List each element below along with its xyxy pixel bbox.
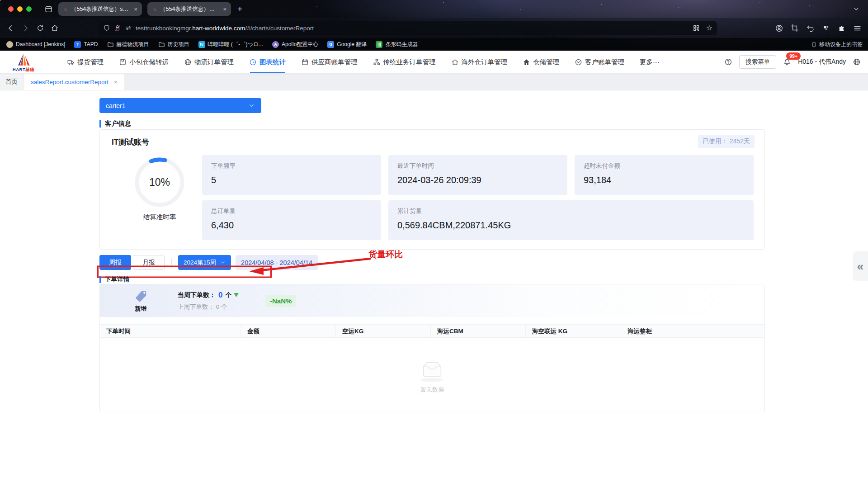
stat-label: 下单频率 <box>211 162 372 170</box>
column-header[interactable]: 下单时间 <box>100 325 241 338</box>
bookmark-item[interactable]: AApollo配置中心 <box>272 41 318 48</box>
column-header[interactable]: 金额 <box>241 325 336 338</box>
bilibili-icon: tv <box>198 41 205 48</box>
bookmark-item[interactable]: TTAPD <box>74 41 98 48</box>
url-bar[interactable]: testtrunkbookingmgr.hart-worldwide.com/#… <box>99 21 717 35</box>
nav-item-charts[interactable]: 图表统计 <box>249 51 286 73</box>
column-header[interactable]: 海空联运 KG <box>526 325 621 338</box>
date-range-badge: 2024/04/08 - 2024/04/14 <box>236 255 318 270</box>
toolbar-right <box>775 21 862 35</box>
close-window-button[interactable] <box>8 6 14 12</box>
search-menu-button[interactable]: 搜索菜单 <box>739 55 776 69</box>
browser-tab-title: （554条推送信息）全部订单（新 <box>160 5 219 13</box>
user-name[interactable]: H016 - 代伟Andy <box>798 58 846 66</box>
stat-label: 累计货量 <box>397 207 745 215</box>
nav-item-traditional-orders[interactable]: 传统业务订单管理 <box>373 51 436 73</box>
bookmark-star-icon[interactable]: ☆ <box>706 24 712 32</box>
tab-home[interactable]: 首页 <box>0 74 24 90</box>
menu-hamburger-icon[interactable] <box>853 24 862 33</box>
nav-item-supplier-bills[interactable]: 供应商账单管理 <box>301 51 358 73</box>
lock-disabled-icon[interactable] <box>114 24 121 32</box>
nav-item-parcel-warehouse[interactable]: 小包仓储转运 <box>119 51 169 73</box>
help-icon[interactable] <box>724 58 732 66</box>
browser-toolbar: testtrunkbookingmgr.hart-worldwide.com/#… <box>0 18 868 38</box>
bookmark-item[interactable]: tv哔哩哔哩 (゜-゜)つロ... <box>198 41 263 48</box>
browser-tabstrip: （554条推送信息）salesReport.c × （554条推送信息）全部订单… <box>0 0 868 18</box>
tab-sales-report[interactable]: salesReport.customerReport × <box>24 74 124 90</box>
collapse-drawer-handle[interactable]: « <box>853 251 868 281</box>
nav-item-customer-bills[interactable]: 客户账单管理 <box>575 51 624 73</box>
stat-last-order-time: 最近下单时间 2024-03-26 20:09:39 <box>388 155 567 195</box>
nav-item-overseas-warehouse[interactable]: 海外仓订单管理 <box>451 51 508 73</box>
new-tab-button[interactable]: + <box>237 4 242 14</box>
account-icon[interactable] <box>775 24 783 33</box>
bookmark-item[interactable]: 赫德物流项目 <box>107 41 149 48</box>
undo-icon[interactable] <box>806 24 815 33</box>
extension-spheres-icon[interactable] <box>822 24 830 33</box>
language-globe-icon[interactable] <box>853 58 861 66</box>
monthly-report-button[interactable]: 月报 <box>133 255 165 270</box>
apollo-icon: A <box>272 41 279 48</box>
browser-tab[interactable]: （554条推送信息）salesReport.c × <box>58 2 142 16</box>
close-tab-icon[interactable]: × <box>114 79 118 85</box>
screenshot-icon[interactable] <box>791 24 799 32</box>
app-menu: 提货管理 小包仓储转运 物流订单管理 图表统计 供应商账单管理 传统业务订单管理… <box>67 51 660 73</box>
nav-item-label: 供应商账单管理 <box>311 58 358 66</box>
bookmark-label: 赫德物流项目 <box>117 41 149 48</box>
order-details-card: 新增 当周下单数： 0 个 上周下单数： 0 个 -NaN% 下单时间 金额 空… <box>99 284 765 412</box>
main-content: carter1 客户信息 IT测试账号 已使用： 2452天 10% 结算准时率… <box>0 90 868 477</box>
weekly-report-button[interactable]: 周报 <box>99 255 131 270</box>
browser-chrome: （554条推送信息）salesReport.c × （554条推送信息）全部订单… <box>0 0 868 51</box>
week-select-value: 2024第15周 <box>184 259 216 267</box>
stat-value: 0,569.84CBM,220871.45KG <box>397 220 745 231</box>
column-header[interactable]: 空运KG <box>336 325 431 338</box>
nav-item-pickup[interactable]: 提货管理 <box>67 51 104 73</box>
qr-code-icon[interactable] <box>693 24 700 32</box>
empty-text: 暂无数据 <box>100 386 764 394</box>
hart-favicon <box>63 6 67 12</box>
bookmark-label: TAPD <box>84 41 98 47</box>
previous-week-count: 上周下单数： 0 个 <box>178 303 239 311</box>
week-select[interactable]: 2024第15周 <box>178 255 231 270</box>
bookmarks-bar: Dashboard [Jenkins] TTAPD 赫德物流项目 历史项目 tv… <box>0 38 868 51</box>
close-tab-icon[interactable]: × <box>223 6 226 13</box>
nav-item-more[interactable]: 更多··· <box>640 51 660 73</box>
firefox-view-icon[interactable] <box>44 5 53 14</box>
stat-label: 超时未付金额 <box>584 162 745 170</box>
extensions-puzzle-icon[interactable] <box>838 24 846 32</box>
minimize-window-button[interactable] <box>17 6 23 12</box>
stat-value: 93,184 <box>584 175 745 185</box>
mobile-bookmarks[interactable]: 移动设备上的书签 <box>811 41 863 48</box>
back-icon[interactable] <box>6 24 15 33</box>
bookmark-label: Apollo配置中心 <box>282 41 318 48</box>
barcode-icon: ||| <box>376 41 382 48</box>
stat-value: 2024-03-26 20:09:39 <box>397 175 558 185</box>
bookmark-item[interactable]: |||条形码生成器 <box>376 41 418 48</box>
shield-icon[interactable] <box>103 24 110 32</box>
maximize-window-button[interactable] <box>26 6 32 12</box>
column-header[interactable]: 海运整柜 <box>621 325 764 338</box>
window-controls[interactable] <box>8 6 32 12</box>
bookmark-item[interactable]: GGoogle 翻译 <box>327 41 367 48</box>
browser-tab-title: （554条推送信息）salesReport.c <box>71 5 130 13</box>
url-text: testtrunkbookingmgr.hart-worldwide.com/#… <box>136 25 314 32</box>
nav-item-label: 物流订单管理 <box>194 58 234 66</box>
folder-icon <box>107 41 114 48</box>
bookmark-item[interactable]: Dashboard [Jenkins] <box>6 41 65 48</box>
bookmark-item[interactable]: 历史项目 <box>158 41 189 48</box>
phone-icon <box>811 42 817 47</box>
nav-item-warehouse-mgmt[interactable]: 仓储管理 <box>523 51 559 73</box>
customer-select[interactable]: carter1 <box>99 98 261 113</box>
forward-icon[interactable] <box>21 24 30 33</box>
browser-tab[interactable]: （554条推送信息）全部订单（新 × <box>147 2 231 16</box>
permissions-icon[interactable] <box>125 24 132 32</box>
nav-item-logistics-orders[interactable]: 物流订单管理 <box>184 51 234 73</box>
chevron-down-icon <box>220 260 226 265</box>
notifications[interactable]: 99+ <box>783 58 791 66</box>
column-header[interactable]: 海运CBM <box>431 325 526 338</box>
close-tab-icon[interactable]: × <box>134 6 137 13</box>
hart-logo[interactable]: HART赫德 <box>10 52 37 73</box>
reload-icon[interactable] <box>36 24 44 32</box>
list-all-tabs-icon[interactable] <box>853 5 860 13</box>
home-icon[interactable] <box>51 24 59 32</box>
